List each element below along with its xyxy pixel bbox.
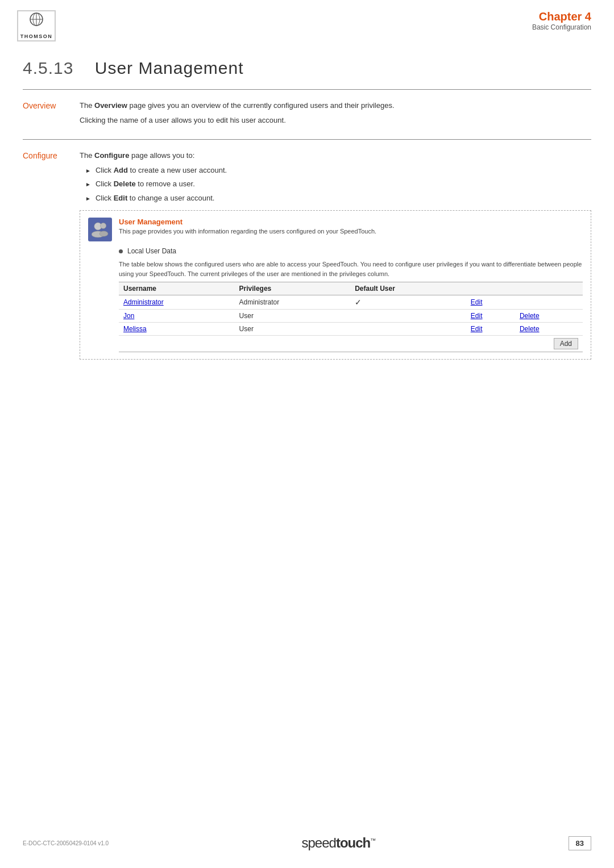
thomson-icon: [28, 12, 45, 32]
delete-cell: Delete: [515, 323, 583, 336]
page-title-section: 4.5.13 User Management: [0, 47, 614, 84]
edit-cell: Edit: [466, 323, 515, 336]
col-edit-header: [466, 282, 515, 295]
username-cell: Jon: [119, 310, 235, 323]
privileges-cell: User: [235, 310, 351, 323]
username-link-melissa[interactable]: Melissa: [123, 325, 147, 333]
arrow-icon: ►: [85, 194, 91, 203]
checkmark-icon: ✓: [355, 298, 362, 307]
bullet-add-text: Click Add to create a new user account.: [96, 165, 227, 176]
delete-link-jon[interactable]: Delete: [520, 312, 540, 320]
ui-screenshot-box: User Management This page provides you w…: [80, 210, 591, 360]
page-title: 4.5.13 User Management: [23, 59, 591, 78]
overview-content: The Overview page gives you an overview …: [80, 100, 591, 129]
bullet-edit-text: Click Edit to change a user account.: [96, 193, 215, 204]
ui-box-header: User Management This page provides you w…: [88, 218, 583, 241]
default-user-cell: [350, 323, 466, 336]
svg-point-5: [100, 223, 106, 228]
table-row: Melissa User Edit Delete: [119, 323, 583, 336]
overview-para1: The Overview page gives you an overview …: [80, 100, 591, 111]
local-user-desc: The table below shows the configured use…: [119, 260, 583, 278]
bullet-delete: ► Click Delete to remove a user.: [85, 178, 591, 190]
username-cell: Melissa: [119, 323, 235, 336]
edit-link-administrator[interactable]: Edit: [471, 298, 483, 306]
delete-link-melissa[interactable]: Delete: [520, 325, 540, 333]
table-row: Jon User Edit Delete: [119, 310, 583, 323]
footer-page-number: 83: [569, 836, 591, 850]
bullet-add: ► Click Add to create a new user account…: [85, 165, 591, 176]
default-user-cell: ✓: [350, 295, 466, 310]
username-link-administrator[interactable]: Administrator: [123, 298, 164, 306]
configure-label: Configure: [23, 150, 80, 360]
table-header-row: Username Privileges Default User: [119, 282, 583, 295]
footer-logo-bold: touch: [336, 835, 370, 850]
arrow-icon: ►: [85, 180, 91, 189]
configure-bullet-list: ► Click Add to create a new user account…: [85, 165, 591, 204]
col-delete-header: [515, 282, 583, 295]
ui-box-text: User Management This page provides you w…: [119, 218, 376, 235]
footer-tm: ™: [370, 837, 375, 844]
add-cell: Add: [119, 336, 583, 352]
edit-link-jon[interactable]: Edit: [471, 312, 483, 320]
main-content: Overview The Overview page gives you an …: [0, 84, 614, 393]
thomson-logo: THOMSON: [17, 10, 56, 41]
page-footer: E-DOC-CTC-20050429-0104 v1.0 speedtouch™…: [0, 835, 614, 851]
ui-box-title: User Management: [119, 218, 376, 226]
local-user-section: Local User Data The table below shows th…: [119, 247, 583, 352]
logo-area: THOMSON: [17, 10, 56, 41]
title-text: User Management: [95, 59, 244, 77]
bullet-edit: ► Click Edit to change a user account.: [85, 193, 591, 204]
thomson-text: THOMSON: [20, 34, 53, 39]
overview-section: Overview The Overview page gives you an …: [23, 89, 591, 139]
add-row: Add: [119, 336, 583, 352]
col-username: Username: [119, 282, 235, 295]
configure-section: Configure The Configure page allows you …: [23, 139, 591, 370]
delete-cell: [515, 295, 583, 310]
col-privileges: Privileges: [235, 282, 351, 295]
chapter-label: Chapter 4: [532, 10, 591, 23]
local-user-label: Local User Data: [119, 247, 583, 255]
delete-cell: Delete: [515, 310, 583, 323]
svg-point-7: [99, 231, 108, 236]
configure-intro: The Configure page allows you to:: [80, 150, 591, 161]
configure-content: The Configure page allows you to: ► Clic…: [80, 150, 591, 360]
arrow-icon: ►: [85, 166, 91, 175]
bullet-delete-text: Click Delete to remove a user.: [96, 178, 195, 190]
overview-label: Overview: [23, 100, 80, 129]
default-user-cell: [350, 310, 466, 323]
col-default-user: Default User: [350, 282, 466, 295]
overview-bold: Overview: [94, 101, 127, 110]
add-button[interactable]: Add: [554, 338, 578, 349]
footer-logo: speedtouch™: [302, 835, 376, 851]
privileges-cell: User: [235, 323, 351, 336]
table-row: Administrator Administrator ✓ Edit: [119, 295, 583, 310]
overview-para2: Clicking the name of a user allows you t…: [80, 115, 591, 126]
edit-cell: Edit: [466, 295, 515, 310]
bullet-dot-icon: [119, 249, 123, 253]
footer-logo-plain: speed: [302, 835, 336, 850]
username-link-jon[interactable]: Jon: [123, 312, 134, 320]
page-header: THOMSON Chapter 4 Basic Configuration: [0, 0, 614, 47]
edit-link-melissa[interactable]: Edit: [471, 325, 483, 333]
chapter-subtitle: Basic Configuration: [532, 23, 591, 31]
local-user-label-text: Local User Data: [127, 247, 176, 255]
username-cell: Administrator: [119, 295, 235, 310]
privileges-cell: Administrator: [235, 295, 351, 310]
user-table: Username Privileges Default User Adminis…: [119, 282, 583, 352]
chapter-info: Chapter 4 Basic Configuration: [532, 10, 591, 31]
edit-cell: Edit: [466, 310, 515, 323]
title-number: 4.5.13: [23, 59, 73, 77]
footer-doc-id: E-DOC-CTC-20050429-0104 v1.0: [23, 840, 109, 846]
configure-bold: Configure: [94, 151, 129, 160]
user-management-icon: [88, 218, 112, 241]
ui-box-desc: This page provides you with information …: [119, 228, 376, 235]
